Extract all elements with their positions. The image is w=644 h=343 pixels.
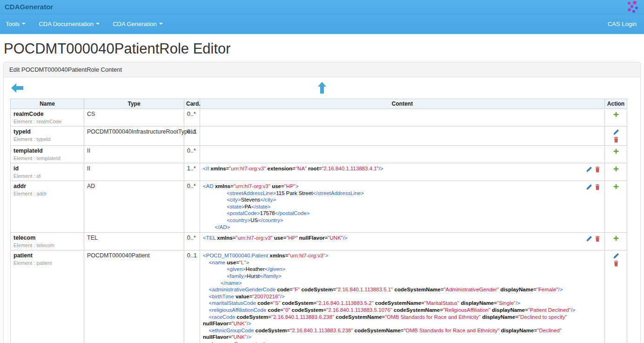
edit-button[interactable] xyxy=(586,166,592,173)
row-name-cell: telecomElement : telecom xyxy=(11,233,84,250)
app-header: CDAGenerator Tools CDA Documentation CDA… xyxy=(0,0,644,34)
main-navbar: Tools CDA Documentation CDA Generation C… xyxy=(0,14,644,34)
pencil-icon xyxy=(613,129,619,135)
element-name: id xyxy=(13,165,81,172)
element-name: telecom xyxy=(13,235,81,241)
element-name: realmCode xyxy=(13,111,81,117)
element-path-label: Element : templateId xyxy=(13,155,81,161)
row-name-cell: typeIdElement : typeId xyxy=(11,127,84,146)
nav-item-cda-documentation[interactable]: CDA Documentation xyxy=(32,20,106,27)
element-path-label: Element : id xyxy=(13,173,81,179)
xml-content: <AD xmlns="urn:hl7-org:v3" use="HP"> <st… xyxy=(203,183,602,230)
arrow-left-icon xyxy=(11,83,23,93)
row-cardinality-cell: 0..1 xyxy=(184,127,200,146)
row-name-cell: templateIdElement : templateId xyxy=(11,146,84,163)
pencil-icon xyxy=(613,253,619,259)
row-action-cell xyxy=(605,181,627,233)
trash-icon xyxy=(613,260,619,267)
element-name: typeId xyxy=(13,128,81,135)
delete-button[interactable] xyxy=(613,136,619,143)
table-header: Name Type Card. Content Action xyxy=(11,99,627,109)
content-actions xyxy=(585,183,602,191)
panel-heading: Edit POCDMT000040PatientRole Content xyxy=(4,62,640,77)
element-name: patient xyxy=(13,252,81,259)
trash-icon xyxy=(594,166,601,173)
row-action-cell xyxy=(605,233,627,250)
edit-button[interactable] xyxy=(586,235,592,242)
edit-button[interactable] xyxy=(586,184,592,190)
nav-item-cda-generation[interactable]: CDA Generation xyxy=(106,20,169,27)
row-content-cell: <AD xmlns="urn:hl7-org:v3" use="HP"> <st… xyxy=(200,181,605,233)
row-cardinality-cell: 0..* xyxy=(184,181,200,233)
brand-bar: CDAGenerator xyxy=(0,0,644,14)
element-name: templateId xyxy=(13,148,81,154)
add-button[interactable] xyxy=(613,166,619,172)
nav-item-label: Tools xyxy=(6,20,20,27)
page-title: POCDMT000040PatientRole Editor xyxy=(0,40,644,57)
plus-icon xyxy=(613,235,619,242)
row-type-cell: II xyxy=(84,163,184,181)
row-cardinality-cell: 0..* xyxy=(184,109,200,127)
editor-panel: Edit POCDMT000040PatientRole Content Nam… xyxy=(3,62,641,343)
nav-item-tools[interactable]: Tools xyxy=(2,20,32,27)
row-content-cell: <TEL xmlns="urn:hl7-org:v3" use="HP" nul… xyxy=(200,233,605,250)
column-header-action: Action xyxy=(605,99,627,109)
delete-button[interactable] xyxy=(594,184,601,190)
table-body: realmCodeElement : realmCodeCS0..*typeId… xyxy=(11,109,627,343)
plus-icon xyxy=(613,148,619,155)
pencil-icon xyxy=(586,184,592,190)
add-button[interactable] xyxy=(613,148,619,155)
xml-content: <II xmlns="urn:hl7-org:v3" extension="NA… xyxy=(203,165,602,172)
row-cardinality-cell: 1..* xyxy=(184,163,200,181)
trash-icon xyxy=(594,235,601,242)
row-name-cell: realmCodeElement : realmCode xyxy=(11,109,84,127)
plus-icon xyxy=(613,111,619,118)
dots-logo-icon xyxy=(626,1,640,13)
nav-item-label: CDA Documentation xyxy=(39,20,94,27)
row-content-cell xyxy=(200,146,605,163)
element-path-label: Element : telecom xyxy=(13,242,81,248)
content-actions xyxy=(585,235,602,242)
table-row: realmCodeElement : realmCodeCS0..* xyxy=(11,109,627,127)
table-row: telecomElement : telecomTEL0..*<TEL xmln… xyxy=(11,233,627,250)
add-button[interactable] xyxy=(613,183,619,190)
row-type-cell: POCDMT000040Patient xyxy=(84,250,184,343)
row-type-cell: CS xyxy=(84,109,184,127)
row-name-cell: addrElement : addr xyxy=(11,181,84,233)
panel-body: Name Type Card. Content Action realmCode… xyxy=(4,77,640,343)
app-brand-link[interactable]: CDAGenerator xyxy=(5,3,53,11)
back-button[interactable] xyxy=(11,83,23,95)
element-path-label: Element : addr xyxy=(13,191,81,196)
row-cardinality-cell: 0..* xyxy=(184,146,200,163)
row-cardinality-cell: 0..* xyxy=(184,233,200,250)
column-header-type: Type xyxy=(84,99,184,109)
delete-button[interactable] xyxy=(594,166,601,173)
scroll-top-button[interactable] xyxy=(318,82,326,95)
plus-icon xyxy=(613,183,619,190)
element-path-label: Element : typeId xyxy=(13,136,81,142)
row-type-cell: POCDMT000040InfrastructureRootTypeId xyxy=(84,127,184,146)
table-row: templateIdElement : templateIdII0..* xyxy=(11,146,627,163)
nav-item-label: CDA Generation xyxy=(113,20,157,27)
table-row: addrElement : addrAD0..*<AD xmlns="urn:h… xyxy=(11,181,627,233)
chevron-down-icon xyxy=(96,23,100,25)
element-path-label: Element : realmCode xyxy=(13,119,81,124)
arrow-up-icon xyxy=(318,82,326,94)
chevron-down-icon xyxy=(22,23,26,25)
toolbar-arrows xyxy=(10,82,634,97)
delete-button[interactable] xyxy=(613,260,619,267)
edit-button[interactable] xyxy=(613,129,619,135)
row-type-cell: II xyxy=(84,146,184,163)
add-button[interactable] xyxy=(613,111,619,118)
trash-icon xyxy=(594,184,601,190)
app-logo xyxy=(626,1,640,15)
cas-login-link[interactable]: CAS Login xyxy=(602,20,642,27)
pencil-icon xyxy=(586,235,592,242)
row-type-cell: TEL xyxy=(84,233,184,250)
add-button[interactable] xyxy=(613,235,619,242)
xml-content: <POCD_MT000040.Patient xmlns="urn:hl7-or… xyxy=(203,252,602,343)
delete-button[interactable] xyxy=(594,235,601,242)
column-header-card: Card. xyxy=(184,99,200,109)
table-row: patientElement : patientPOCDMT000040Pati… xyxy=(11,250,627,343)
edit-button[interactable] xyxy=(613,253,619,259)
